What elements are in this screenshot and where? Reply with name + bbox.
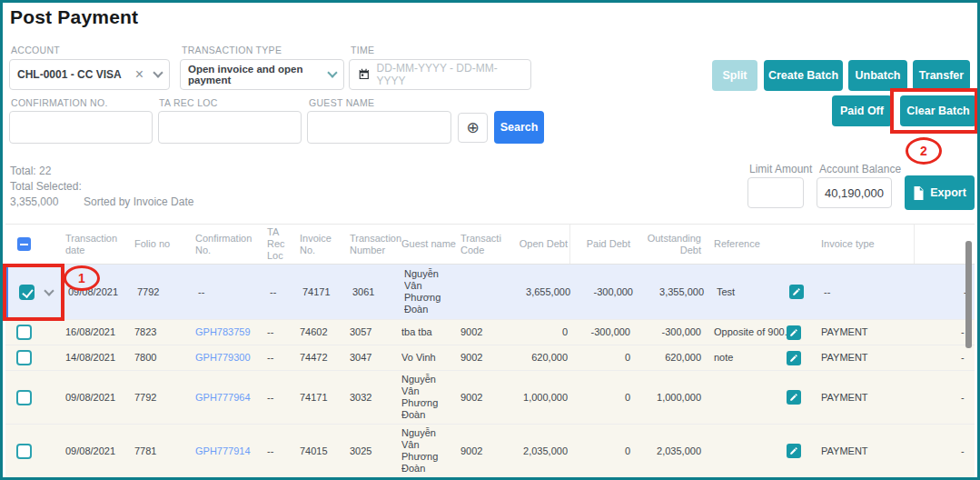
table-cell-invoice_type: PAYMENT [810,425,914,477]
chevron-down-icon [327,67,337,77]
table-cell-paid_debt: 0 [569,425,638,477]
limit-amount-field[interactable] [747,177,804,208]
create-batch-button[interactable]: Create Batch [764,60,843,91]
account-select[interactable]: CHL-0001 - CC VISA × [9,59,170,90]
column-header [787,225,810,264]
column-header-label: Invoice No. [300,233,343,256]
row-select-cell [5,320,60,345]
table-cell-paid_debt: -300,000 [569,320,638,345]
ta-rec-loc-input[interactable] [159,112,301,143]
edit-reference-icon[interactable] [787,390,801,405]
table-cell-open_debt: 1,000,000 [501,371,569,424]
row-checkbox[interactable] [16,390,32,405]
cell-value: - [961,326,965,338]
search-button[interactable]: Search [494,111,544,144]
column-header-label: Paid Debt [587,238,630,250]
transfer-button[interactable]: Transfer [913,60,970,91]
export-file-icon [913,186,925,200]
table-cell-tail: - [914,371,975,424]
account-balance-value: 40,190,000 [817,186,891,200]
table-cell-folio: 7792 [132,265,190,319]
column-header-label: Transaction Number [350,233,401,256]
account-balance-label: Account Balance [819,163,901,175]
guest-name-field[interactable] [307,111,451,144]
table-cell-invoice_type: PAYMENT [810,371,914,424]
cell-value: Test [717,286,735,298]
table-cell-guest_name: Vo Vinh [401,345,456,370]
table-cell-date: 14/08/2021 [60,345,129,370]
table-cell-ta_rec_loc: -- [263,371,296,424]
plus-circle-icon: ⊕ [466,118,479,137]
column-header-label: Confirmation No. [195,233,263,256]
account-label: ACCOUNT [11,45,60,55]
column-header: Transaction Number [343,225,401,264]
cell-value: 7823 [134,326,156,338]
table-cell-reference: Opposite of 900... [703,320,787,345]
cell-value: 3,355,000 [659,286,704,298]
cell-value: 3032 [350,392,371,404]
transaction-type-label: TRANSACTION TYPE [182,45,282,55]
transaction-type-select[interactable]: Open invoice and open payment [180,59,344,90]
column-header: Folio no [129,225,187,264]
row-edit-cell [787,345,810,370]
cell-value: 74472 [300,352,328,364]
table-row: 09/08/20217792----741713061Nguyễn Vân Ph… [5,265,975,320]
time-placeholder: DD-MM-YYYY - DD-MM-YYYY [377,62,522,87]
column-header-label: Reference [714,238,760,250]
guest-name-input[interactable] [308,112,450,143]
table-cell-open_debt: 0 [501,320,569,345]
table-cell-folio: 7792 [129,371,187,424]
cell-value: 620,000 [665,352,701,364]
edit-reference-icon[interactable] [787,325,801,340]
row-edit-cell [787,320,810,345]
table-cell-paid_debt: 0 [569,371,638,424]
confirmation-link[interactable]: GPH777914 [195,445,251,457]
confirmation-no-input[interactable] [10,112,152,143]
confirmation-link[interactable]: GPH777964 [195,392,251,404]
cell-value: 2,035,000 [657,445,701,457]
table-cell-transaction_code [459,265,504,319]
table-cell-ta_rec_loc: -- [263,425,296,477]
select-all-checkbox[interactable] [17,237,31,251]
confirmation-link[interactable]: GPH779300 [195,352,251,364]
table-cell-confirmation: GPH777964 [187,371,263,424]
search-button-label: Search [500,121,539,134]
export-button[interactable]: Export [905,175,975,210]
cell-value: PAYMENT [821,445,868,457]
confirmation-no-field[interactable] [9,111,153,144]
cell-value: -- [270,286,276,298]
limit-amount-input[interactable] [748,178,803,207]
table-cell-transaction_number: 3057 [343,320,401,345]
clear-account-icon[interactable]: × [135,67,144,82]
time-range-input[interactable]: DD-MM-YYYY - DD-MM-YYYY [349,59,531,90]
column-header: Confirmation No. [187,225,263,264]
ta-rec-loc-label: TA REC LOC [159,97,218,108]
row-checkbox[interactable] [16,444,32,459]
confirmation-no-label: CONFIRMATION NO. [11,97,108,108]
edit-reference-icon[interactable] [787,351,801,365]
cell-value: 0 [625,445,630,457]
unbatch-button[interactable]: Unbatch [848,60,907,91]
cell-value: PAYMENT [821,352,868,364]
cell-value: -- [267,392,273,404]
table-cell-transaction_number: 3047 [343,345,401,370]
edit-reference-icon[interactable] [789,285,804,299]
row-checkbox[interactable] [16,325,32,340]
paid-off-button[interactable]: Paid Off [832,95,892,126]
table-cell-transaction_number: 3032 [343,371,401,424]
add-filter-button[interactable]: ⊕ [458,113,488,143]
vertical-scrollbar[interactable] [965,241,972,348]
row-checkbox[interactable] [16,350,32,365]
table-cell-invoice_no: 74472 [296,345,343,370]
table-cell-confirmation: GPH777914 [187,425,263,477]
limit-amount-label: Limit Amount [749,163,812,175]
ta-rec-loc-field[interactable] [158,111,302,144]
cell-value: -300,000 [662,326,701,338]
edit-reference-icon[interactable] [787,444,801,458]
row-edit-cell [787,371,810,424]
table-cell-confirmation: GPH783759 [187,320,263,345]
table-cell-open_debt: 620,000 [501,345,569,370]
confirmation-link[interactable]: GPH783759 [195,326,251,338]
cell-value: note [714,352,733,364]
select-all-cell [5,225,60,264]
